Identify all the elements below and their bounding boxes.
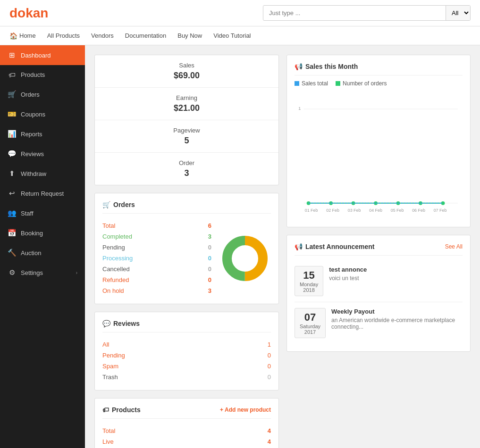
ann-title-2: Weekly Payout (331, 308, 463, 315)
sidebar-label-reports: Reports (21, 131, 77, 138)
nav-video-tutorial[interactable]: Video Tutorial (213, 32, 251, 39)
order-total-val: 6 (208, 222, 211, 229)
sidebar-item-auction[interactable]: 🔨 Auction (0, 243, 85, 263)
sidebar-item-reviews[interactable]: 💬 Reviews (0, 144, 85, 164)
products-icon: 🏷 (102, 406, 109, 414)
ann-day-1: 15 (300, 269, 318, 282)
settings-arrow-icon: › (76, 270, 77, 275)
sidebar-label-booking: Booking (21, 230, 77, 237)
review-pending-val: 0 (268, 352, 271, 359)
review-row-pending: Pending 0 (102, 350, 271, 361)
search-input[interactable] (263, 6, 446, 20)
products-icon: 🏷 (8, 71, 16, 79)
sidebar-item-reports[interactable]: 📊 Reports (0, 124, 85, 144)
stat-earning-value: $21.00 (106, 103, 267, 113)
stat-pageview-label: Pageview (106, 127, 267, 134)
sidebar-item-withdraw[interactable]: ⬆ Withdraw (0, 164, 85, 183)
nav-documentation[interactable]: Documentation (125, 32, 166, 39)
announcement-item-2: 07 Saturday 2017 Weekly Payout an Americ… (295, 302, 463, 344)
nav-home[interactable]: 🏠 Home (9, 32, 36, 40)
staff-icon: 👥 (8, 209, 16, 217)
nav-buy-now[interactable]: Buy Now (177, 32, 202, 39)
sidebar-item-coupons[interactable]: 🎫 Coupons (0, 104, 85, 124)
settings-icon: ⚙ (8, 268, 16, 277)
see-all-link[interactable]: See All (445, 243, 463, 250)
sidebar-item-booking[interactable]: 📅 Booking (0, 223, 85, 243)
sidebar-label-staff: Staff (21, 210, 77, 217)
sidebar-label-settings: Settings (21, 269, 71, 276)
review-row-spam: Spam 0 (102, 361, 271, 372)
reviews-icon: 💬 (102, 320, 110, 327)
stat-pageview: Pageview 5 (95, 120, 278, 153)
announcement-title: 📢 Latest Announcement See All (295, 243, 463, 256)
sidebar-item-settings[interactable]: ⚙ Settings › (0, 263, 85, 282)
sidebar-item-orders[interactable]: 🛒 Orders (0, 84, 85, 104)
add-product-link[interactable]: + Add new product (220, 407, 271, 413)
review-spam-val: 0 (268, 363, 271, 370)
order-pending-val: 0 (208, 244, 211, 251)
ann-dow-2: Saturday (300, 324, 320, 329)
order-onhold-label: On hold (102, 287, 124, 294)
home-icon: 🏠 (9, 32, 17, 40)
svg-text:02 Feb: 02 Feb (326, 208, 339, 213)
legend-sales-total: Sales total (295, 80, 328, 87)
sidebar-item-staff[interactable]: 👥 Staff (0, 203, 85, 223)
return-icon: ↩ (8, 189, 16, 198)
order-completed-label: Completed (102, 233, 132, 240)
product-total-val: 4 (268, 427, 271, 434)
order-onhold-val: 3 (208, 287, 211, 294)
announcement-date-2: 07 Saturday 2017 (295, 308, 326, 338)
orders-title: 🛒 Orders (102, 201, 271, 214)
sidebar-label-coupons: Coupons (21, 111, 77, 118)
auction-icon: 🔨 (8, 249, 16, 257)
stat-sales-value: $69.00 (106, 71, 267, 81)
product-live-val: 4 (268, 438, 271, 445)
svg-point-2 (232, 246, 258, 271)
sales-chart-title: 📢 Sales this Month (295, 63, 463, 75)
review-pending-label: Pending (102, 352, 125, 359)
search-bar: All (263, 5, 471, 21)
stat-sales: Sales $69.00 (95, 55, 278, 88)
order-refunded-val: 0 (208, 276, 211, 283)
legend-num-orders: Number of orders (336, 80, 387, 87)
svg-text:07 Feb: 07 Feb (434, 208, 447, 213)
ann-year-2: 2017 (300, 329, 320, 335)
product-row-total: Total 4 (102, 425, 271, 436)
sidebar-item-dashboard[interactable]: ⊞ Dashboard (0, 45, 85, 65)
content-area: Sales $69.00 Earning $21.00 Pageview 5 O… (85, 45, 480, 448)
order-cancelled-val: 0 (208, 265, 211, 273)
ann-desc-1: voici un test (329, 275, 367, 282)
stat-sales-label: Sales (106, 62, 267, 69)
stat-order-value: 3 (106, 168, 267, 178)
order-refunded-label: Refunded (102, 276, 129, 283)
ann-desc-2: an American worldwide e-commerce marketp… (331, 317, 463, 330)
logo-accent: d (9, 6, 17, 20)
sidebar-label-return: Return Request (21, 190, 77, 197)
top-header: dokan All (0, 0, 480, 26)
reports-icon: 📊 (8, 130, 16, 138)
legend-orders-label: Number of orders (343, 80, 387, 87)
logo: dokan (9, 6, 48, 21)
reviews-section: 💬 Reviews All 1 Pending 0 Spam 0 Trash (94, 312, 279, 390)
order-row-cancelled: Cancelled 0 (102, 264, 211, 274)
search-filter-select[interactable]: All (446, 6, 470, 20)
stat-order: Order 3 (95, 153, 278, 185)
content-left: Sales $69.00 Earning $21.00 Pageview 5 O… (94, 55, 279, 448)
review-trash-label: Trash (102, 373, 118, 381)
svg-text:1: 1 (298, 106, 301, 111)
svg-text:05 Feb: 05 Feb (391, 208, 404, 213)
booking-icon: 📅 (8, 229, 16, 237)
sidebar-label-dashboard: Dashboard (21, 52, 77, 59)
announcement-body-1: test annonce voici un test (329, 266, 367, 282)
sidebar-item-products[interactable]: 🏷 Products (0, 65, 85, 84)
svg-text:04 Feb: 04 Feb (369, 208, 382, 213)
sidebar-label-auction: Auction (21, 249, 77, 257)
nav-vendors[interactable]: Vendors (91, 32, 114, 39)
nav-all-products[interactable]: All Products (47, 32, 80, 39)
order-row-pending: Pending 0 (102, 242, 211, 253)
products-title: 🏷 Products + Add new product (102, 406, 271, 419)
logo-text: okan (17, 6, 48, 20)
sidebar-item-return-request[interactable]: ↩ Return Request (0, 183, 85, 203)
order-row-refunded: Refunded 0 (102, 274, 211, 285)
review-trash-val: 0 (268, 373, 271, 381)
